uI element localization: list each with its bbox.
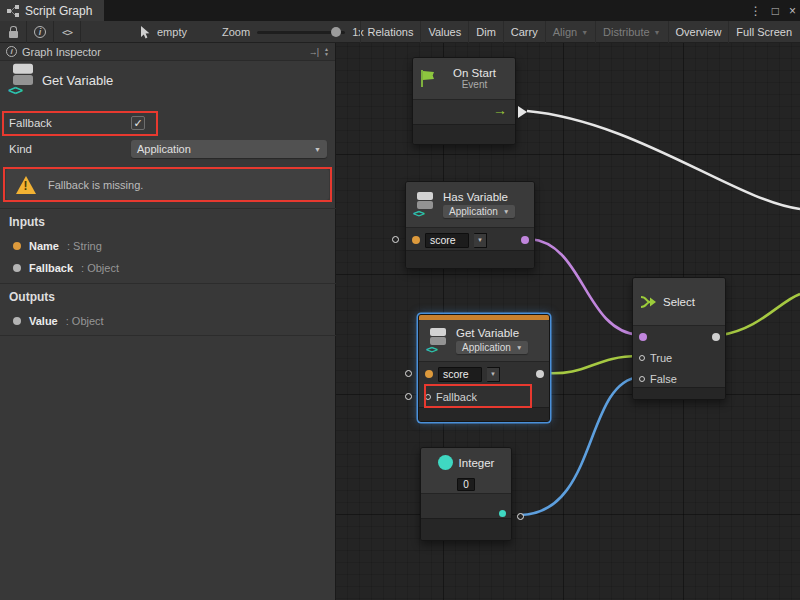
- align-button[interactable]: Align▼: [545, 21, 595, 43]
- kind-setting-row: Kind Application ▼: [0, 139, 336, 161]
- maximize-icon[interactable]: □: [772, 4, 779, 18]
- lock-icon: [9, 31, 18, 38]
- kind-dropdown[interactable]: Application ▼: [131, 140, 327, 158]
- bool-output-port[interactable]: [521, 236, 529, 244]
- input-row-fallback: Fallback : Object: [13, 259, 119, 277]
- node-on-start[interactable]: On Start Event →: [412, 57, 516, 145]
- scope-dropdown[interactable]: Application ▼: [456, 341, 528, 354]
- select-icon: [640, 294, 657, 310]
- zoom-slider-knob[interactable]: [331, 27, 341, 37]
- variable-accent-bar: [419, 315, 549, 320]
- kind-dropdown-value: Application: [137, 143, 191, 155]
- outputs-header: Outputs: [9, 290, 55, 304]
- node-title: Select: [663, 296, 695, 308]
- node-subtitle: Event: [441, 79, 508, 90]
- true-input-port[interactable]: [639, 355, 645, 361]
- dock-icon[interactable]: →|: [309, 47, 318, 57]
- tab-script-graph[interactable]: Script Graph: [0, 0, 104, 21]
- external-input-port[interactable]: [392, 236, 399, 243]
- string-port-icon: [13, 242, 21, 250]
- kind-setting-label: Kind: [9, 143, 32, 155]
- value-output-port[interactable]: [536, 370, 544, 378]
- info-icon: i: [34, 26, 46, 38]
- false-input-port[interactable]: [639, 376, 645, 382]
- distribute-button[interactable]: Distribute▼: [595, 21, 667, 43]
- warning-box: ! Fallback is missing.: [6, 169, 329, 200]
- variable-node-icon: <>: [426, 328, 450, 354]
- wires-layer: [336, 43, 800, 600]
- chevron-down-icon: ▼: [314, 146, 321, 153]
- close-icon[interactable]: ×: [789, 4, 796, 18]
- variable-name-field[interactable]: score: [438, 367, 482, 382]
- node-title: Integer: [459, 457, 495, 469]
- fallback-setting-row: Fallback ✓: [0, 111, 336, 135]
- fallback-checkbox[interactable]: ✓: [131, 116, 145, 130]
- name-input-port[interactable]: [425, 370, 433, 378]
- chevron-down-icon: ▼: [503, 208, 509, 215]
- graph-inspector-panel: i Graph Inspector →| ▲▼ <> Get Variable …: [0, 43, 336, 600]
- inspector-unit-title: Get Variable: [42, 73, 113, 88]
- overview-button[interactable]: Overview: [668, 21, 729, 43]
- output-row-value: Value : Object: [13, 312, 104, 330]
- fallback-port-label: Fallback: [436, 391, 477, 403]
- chevron-down-icon: ▼: [581, 29, 588, 36]
- selection-label: empty: [157, 26, 187, 38]
- chevron-down-icon: ▼: [516, 344, 522, 351]
- zoom-slider[interactable]: [257, 31, 345, 34]
- flag-icon: [420, 70, 435, 87]
- code-preview-button[interactable]: <>: [54, 21, 81, 43]
- object-port-icon: [13, 264, 21, 272]
- node-integer[interactable]: Integer 0: [420, 447, 512, 541]
- values-button[interactable]: Values: [420, 21, 468, 43]
- wire-get-variable-select: [545, 356, 639, 373]
- warning-text: Fallback is missing.: [48, 179, 143, 191]
- lock-button[interactable]: [0, 21, 27, 43]
- variable-name-dropdown[interactable]: ▼: [487, 367, 500, 382]
- condition-input-port[interactable]: [639, 333, 647, 341]
- relations-button[interactable]: Relations: [360, 21, 421, 43]
- zoom-label: Zoom: [222, 26, 250, 38]
- node-get-variable[interactable]: <> Get Variable Application ▼ score ▼ Fa…: [418, 314, 550, 422]
- inspector-toggle-button[interactable]: i: [27, 21, 54, 43]
- pointer-icon: [140, 26, 151, 39]
- name-input-port[interactable]: [412, 236, 420, 244]
- wire-on-start: [527, 111, 800, 209]
- full-screen-button[interactable]: Full Screen: [728, 21, 799, 43]
- carry-button[interactable]: Carry: [503, 21, 545, 43]
- flow-output-port[interactable]: [518, 106, 527, 118]
- false-port-label: False: [650, 373, 677, 385]
- title-bar: Script Graph ⋮ □ ×: [0, 0, 800, 21]
- variable-name-field[interactable]: score: [425, 233, 469, 248]
- integer-icon: [438, 455, 453, 470]
- dim-button[interactable]: Dim: [468, 21, 503, 43]
- chevron-down-icon: ▼: [654, 29, 661, 36]
- window-menu-icon[interactable]: ⋮: [750, 4, 762, 18]
- node-has-variable[interactable]: <> Has Variable Application ▼ score ▼: [405, 181, 535, 269]
- info-icon: i: [6, 46, 17, 57]
- external-output-port[interactable]: [517, 513, 524, 520]
- tab-label: Script Graph: [25, 4, 92, 18]
- integer-value-field[interactable]: 0: [457, 478, 475, 491]
- graph-inspector-title: Graph Inspector: [22, 46, 101, 58]
- selection-output-port[interactable]: [712, 333, 720, 341]
- node-select[interactable]: Select True False: [632, 277, 726, 400]
- wire-select-out: [721, 294, 800, 335]
- input-row-name: Name : String: [13, 237, 102, 255]
- node-title: On Start: [441, 67, 508, 79]
- node-title: Get Variable: [456, 327, 528, 339]
- graph-toolbar: i <> empty Zoom 1x Relations Values Dim …: [0, 21, 800, 43]
- toolbar-buttons: Relations Values Dim Carry Align▼ Distri…: [360, 21, 799, 43]
- scroll-arrows-icon[interactable]: ▲▼: [324, 47, 329, 57]
- variable-name-dropdown[interactable]: ▼: [474, 233, 487, 248]
- integer-output-port[interactable]: [499, 510, 506, 517]
- graph-canvas[interactable]: On Start Event → <> Has Variable Applica…: [336, 43, 800, 600]
- variable-node-icon: <>: [413, 192, 437, 218]
- external-input-port[interactable]: [405, 370, 412, 377]
- object-port-icon: [13, 317, 21, 325]
- variable-unit-icon: <>: [8, 64, 38, 97]
- external-input-port[interactable]: [405, 393, 412, 400]
- scope-dropdown[interactable]: Application ▼: [443, 205, 515, 218]
- warning-icon: !: [16, 176, 36, 194]
- fallback-input-port[interactable]: [425, 394, 431, 400]
- node-title: Has Variable: [443, 191, 515, 203]
